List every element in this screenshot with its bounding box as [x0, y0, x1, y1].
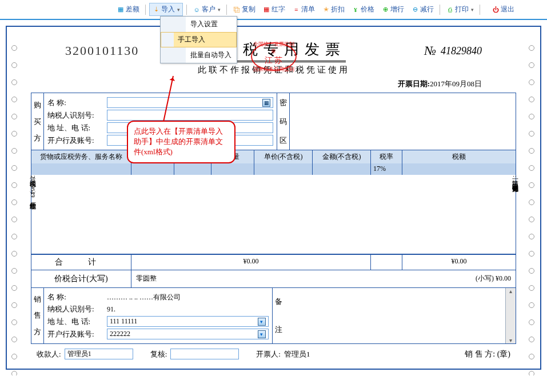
callout-box: 点此导入在【开票清单导入助手】中生成的开票清单文件(xml格式) — [127, 121, 235, 163]
buyer-addr-label: 地 址、电 话: — [47, 123, 105, 133]
price-icon: ¥ — [352, 6, 360, 14]
customer-icon: ☺ — [193, 6, 201, 14]
seller-bank-input[interactable]: 222222▾ — [107, 329, 269, 339]
print-button[interactable]: ⎙打印▾ — [444, 3, 476, 15]
perforation-right — [529, 34, 536, 375]
items-table: 货物或应税劳务、服务名称规格型号单位数量单价(不含税)金额(不含税)税率税额 1… — [31, 150, 516, 254]
items-header: 货物或应税劳务、服务名称规格型号单位数量单价(不含税)金额(不含税)税率税额 — [31, 150, 516, 163]
seller-tax-label: 纳税人识别号: — [47, 304, 105, 314]
invoice-document: 国税函〔2009〕649号北京印钞厂 第一联: 记账联 销售方记账凭证 3200… — [6, 26, 541, 370]
delrow-button[interactable]: ⊖减行 — [409, 3, 436, 15]
scroll-up-icon[interactable]: ▴ — [509, 288, 512, 294]
date-row: 开票日期:2017年09月08日 — [31, 79, 516, 89]
red-icon: ▦ — [262, 6, 270, 14]
chevron-down-icon: ▾ — [471, 7, 474, 13]
list-button[interactable]: ≡清单 — [290, 3, 317, 15]
addrow-button[interactable]: ⊕增行 — [379, 3, 406, 15]
scroll-down-icon[interactable]: ▾ — [509, 337, 512, 343]
chevron-down-icon: ▾ — [177, 7, 180, 13]
capital-amount: 零圆整 — [136, 274, 157, 284]
buyer-label: 购买方 — [31, 93, 44, 150]
import-button[interactable]: ⇣导入▾ — [149, 3, 183, 16]
footer-row: 收款人:管理员1 复核: 开票人:管理员1 销 售 方: (章) — [31, 344, 516, 362]
seller-section: 销售方 名 称:……… .. .. ……有限公司 纳税人识别号:91. 地 址、… — [31, 288, 516, 344]
document-number: 3200101130 — [65, 43, 139, 58]
issuer-value: 管理员1 — [284, 349, 310, 359]
exit-button[interactable]: ⏻退出 — [489, 3, 517, 15]
chevron-down-icon: ▾ — [218, 7, 221, 13]
seller-bank-label: 开户行及账号: — [47, 329, 105, 339]
seller-name-value: ……… .. .. ……有限公司 — [107, 293, 181, 302]
density-area — [289, 93, 516, 150]
print-icon: ⎙ — [446, 6, 454, 14]
callout: 点此导入在【开票清单导入助手】中生成的开票清单文件(xml格式) — [127, 121, 235, 163]
plus-icon: ⊕ — [381, 6, 389, 14]
notes-area[interactable] — [285, 288, 506, 343]
dropdown-icon[interactable]: ▦ — [262, 99, 270, 107]
dd-manual-import[interactable]: 手工导入 — [161, 32, 237, 47]
total-amount: ¥0.00 — [131, 255, 371, 270]
dropdown-icon[interactable]: ▾ — [258, 318, 266, 326]
buyer-tax-label: 纳税人识别号: — [47, 110, 105, 121]
perforation-left — [11, 34, 18, 375]
payee-label: 收款人: — [37, 349, 61, 359]
list-icon: ≡ — [292, 6, 300, 14]
notes-label: 备注 — [272, 288, 285, 343]
discount-icon: ✭ — [322, 6, 330, 14]
customer-button[interactable]: ☺客户▾ — [190, 3, 223, 15]
buyer-name-input[interactable]: ▦ — [107, 97, 273, 108]
balance-icon: ▦ — [117, 6, 125, 14]
buyer-section: 购买方 名 称:▦ 纳税人识别号: 地 址、电 话: 开户行及账号: 密码区 — [31, 93, 516, 150]
seller-name-label: 名 称: — [47, 292, 105, 302]
review-input[interactable] — [170, 349, 239, 359]
review-label: 复核: — [150, 349, 167, 359]
payee-input[interactable]: 管理员1 — [65, 349, 133, 359]
minus-icon: ⊖ — [411, 6, 419, 14]
total-row: 合 计 ¥0.00 ¥0.00 — [31, 254, 516, 270]
total-tax: ¥0.00 — [402, 255, 516, 270]
invoice-number: № 41829840 — [424, 43, 482, 58]
copy-button[interactable]: ⿻复制 — [230, 3, 258, 15]
table-row[interactable]: 17% — [31, 163, 516, 175]
toolbar: ▦差额 ⇣导入▾ ☺客户▾ ⿻复制 ▦红字 ≡清单 ✭折扣 ¥价格 ⊕增行 ⊖减… — [0, 0, 547, 20]
scrollbar[interactable]: ▴▾ — [505, 288, 516, 343]
dd-batch-import[interactable]: 批量自动导入 — [161, 47, 237, 63]
dropdown-icon[interactable]: ▾ — [258, 330, 266, 338]
discount-button[interactable]: ✭折扣 — [320, 3, 347, 15]
seller-label: 销售方 — [31, 288, 44, 343]
import-icon: ⇣ — [152, 6, 160, 14]
seller-tax-value: 91. — [107, 305, 115, 314]
power-icon: ⏻ — [492, 6, 500, 14]
import-dropdown: 导入设置 手工导入 批量自动导入 — [160, 16, 237, 63]
capital-row: 价税合计(大写) 零圆整 (小写) ¥0.00 — [31, 270, 516, 288]
balance-button[interactable]: ▦差额 — [114, 3, 142, 15]
copy-icon: ⿻ — [233, 6, 241, 14]
seller-addr-label: 地 址、电 话: — [47, 317, 105, 327]
seller-stamp-label: 销 售 方: (章) — [465, 349, 510, 359]
dd-import-settings[interactable]: 导入设置 — [161, 17, 237, 32]
red-button[interactable]: ▦红字 — [260, 3, 288, 15]
official-seal: 全国统一发票监制章 江 苏 国家税务总局监制 — [251, 42, 297, 71]
issuer-label: 开票人: — [256, 349, 281, 359]
density-label: 密码区 — [277, 93, 289, 150]
buyer-tax-input[interactable] — [107, 110, 273, 121]
buyer-name-label: 名 称: — [47, 98, 105, 108]
items-body[interactable]: 17% — [31, 163, 516, 254]
seller-addr-input[interactable]: 111 11111▾ — [107, 316, 269, 327]
price-button[interactable]: ¥价格 — [349, 3, 377, 15]
buyer-bank-label: 开户行及账号: — [47, 135, 105, 146]
